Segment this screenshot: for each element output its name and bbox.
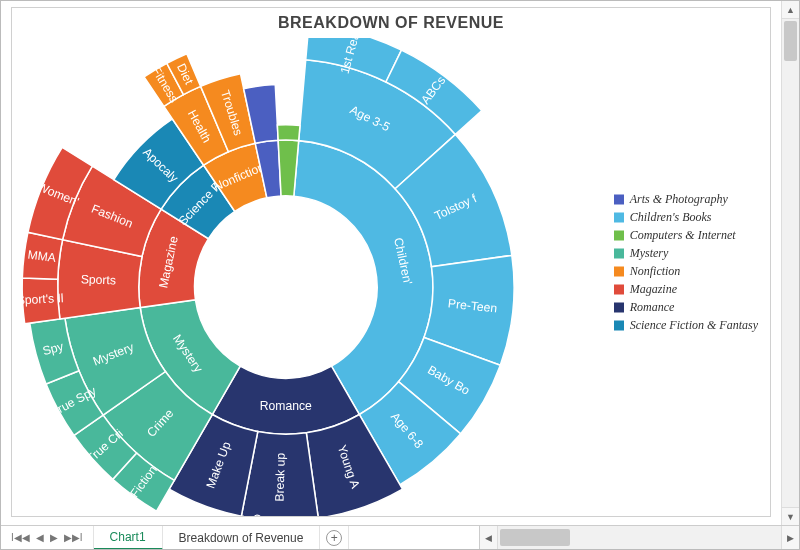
- legend-label: Magazine: [630, 282, 677, 297]
- svg-text:Romance: Romance: [260, 399, 312, 413]
- next-sheet-icon[interactable]: ▶: [50, 532, 58, 543]
- legend-item[interactable]: Mystery: [614, 246, 758, 261]
- scroll-right-button[interactable]: ▶: [781, 526, 799, 549]
- svg-text:Break up: Break up: [272, 452, 287, 501]
- legend-item[interactable]: Nonfiction: [614, 264, 758, 279]
- legend-swatch: [614, 194, 624, 204]
- legend-swatch: [614, 230, 624, 240]
- legend-label: Computers & Internet: [630, 228, 736, 243]
- scroll-up-button[interactable]: ▲: [782, 1, 799, 19]
- tab-chart1[interactable]: Chart1: [94, 526, 163, 550]
- legend-swatch: [614, 284, 624, 294]
- last-sheet-icon[interactable]: ▶▶I: [64, 532, 83, 543]
- legend-label: Arts & Photography: [630, 192, 728, 207]
- tab-breakdown[interactable]: Breakdown of Revenue: [163, 526, 321, 549]
- legend-swatch: [614, 320, 624, 330]
- hscroll-thumb[interactable]: [500, 529, 570, 546]
- tabstrip-spacer: [348, 526, 479, 549]
- legend-item[interactable]: Computers & Internet: [614, 228, 758, 243]
- chart-container: BREAKDOWN OF REVENUE Children'Age 3-51st…: [11, 7, 771, 517]
- prev-sheet-icon[interactable]: ◀: [36, 532, 44, 543]
- legend-label: Romance: [630, 300, 675, 315]
- scroll-thumb[interactable]: [784, 21, 797, 61]
- scroll-left-button[interactable]: ◀: [480, 526, 498, 549]
- worksheet-viewport: BREAKDOWN OF REVENUE Children'Age 3-51st…: [1, 1, 781, 525]
- sheet-tab-strip: I◀◀ ◀ ▶ ▶▶I Chart1 Breakdown of Revenue …: [1, 525, 799, 549]
- new-sheet-button[interactable]: +: [320, 526, 348, 549]
- vertical-scrollbar[interactable]: ▲ ▼: [781, 1, 799, 525]
- legend-item[interactable]: Arts & Photography: [614, 192, 758, 207]
- tab-label: Breakdown of Revenue: [179, 531, 304, 545]
- legend-label: Nonfiction: [630, 264, 681, 279]
- plus-icon: +: [326, 530, 342, 546]
- legend-item[interactable]: Children's Books: [614, 210, 758, 225]
- sheet-nav-buttons[interactable]: I◀◀ ◀ ▶ ▶▶I: [1, 526, 94, 549]
- svg-text:Sports: Sports: [81, 272, 117, 287]
- legend-swatch: [614, 212, 624, 222]
- horizontal-scrollbar[interactable]: ◀ ▶: [479, 526, 799, 549]
- legend-swatch: [614, 248, 624, 258]
- legend-label: Children's Books: [630, 210, 712, 225]
- scroll-down-button[interactable]: ▼: [782, 507, 799, 525]
- first-sheet-icon[interactable]: I◀◀: [11, 532, 30, 543]
- legend-swatch: [614, 302, 624, 312]
- legend-label: Mystery: [630, 246, 669, 261]
- legend-item[interactable]: Magazine: [614, 282, 758, 297]
- legend-item[interactable]: Science Fiction & Fantasy: [614, 318, 758, 333]
- tab-label: Chart1: [110, 530, 146, 544]
- legend-swatch: [614, 266, 624, 276]
- svg-text:Sport's Il: Sport's Il: [16, 291, 64, 307]
- legend-item[interactable]: Romance: [614, 300, 758, 315]
- legend-label: Science Fiction & Fantasy: [630, 318, 758, 333]
- chart-title: BREAKDOWN OF REVENUE: [12, 8, 770, 32]
- hscroll-track[interactable]: [498, 526, 781, 549]
- sunburst-chart[interactable]: Children'Age 3-51st ReadABCsTolstoy fPre…: [12, 38, 580, 516]
- legend: Arts & PhotographyChildren's BooksComput…: [614, 189, 758, 336]
